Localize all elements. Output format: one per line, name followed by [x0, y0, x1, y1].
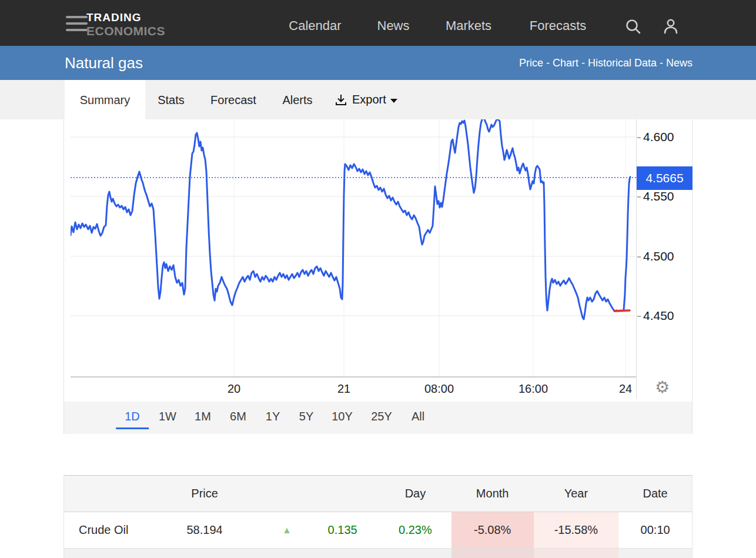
widget-left-border: [63, 119, 64, 434]
quotes-table: Price Day Month Year Date Crude Oil 58.1…: [63, 475, 693, 558]
range-1d[interactable]: 1D: [116, 410, 149, 429]
table-header-row: Price Day Month Year Date: [64, 476, 692, 512]
header-month: Month: [451, 476, 534, 512]
header-arrow: [267, 476, 306, 512]
nav-item-forecasts[interactable]: Forecasts: [530, 18, 587, 34]
range-5y[interactable]: 5Y: [290, 410, 322, 427]
trading-economics-page: TRADING ECONOMICS Calendar News Markets …: [0, 0, 756, 558]
hamburger-menu-icon[interactable]: [66, 16, 88, 31]
range-10y[interactable]: 10Y: [323, 410, 362, 427]
nav-item-news[interactable]: News: [377, 18, 409, 34]
up-triangle-icon: ▲: [267, 512, 306, 548]
x-axis-label: 08:00: [424, 382, 454, 396]
header-year: Year: [534, 476, 619, 512]
price-chart[interactable]: [71, 118, 637, 379]
header-day: Day: [379, 476, 451, 512]
table-row-partial[interactable]: [64, 549, 692, 558]
y-axis-label: 4.600: [643, 130, 674, 144]
chart-axis-border: [636, 119, 637, 399]
y-axis-label: 4.500: [643, 249, 674, 263]
chevron-down-icon: [390, 99, 397, 103]
header-change: [306, 476, 379, 512]
range-1m[interactable]: 1M: [186, 410, 220, 427]
top-nav: TRADING ECONOMICS Calendar News Markets …: [0, 0, 756, 46]
tab-alerts[interactable]: Alerts: [282, 93, 312, 106]
chart-settings-gear-icon[interactable]: ⚙: [655, 377, 670, 397]
breadcrumb-links[interactable]: Price - Chart - Historical Data - News: [519, 57, 693, 69]
tab-forecast[interactable]: Forecast: [210, 93, 256, 106]
range-1y[interactable]: 1Y: [257, 410, 289, 427]
cell-change: 0.135: [306, 512, 379, 548]
page-title: Natural gas: [65, 54, 143, 72]
cell-name[interactable]: Crude Oil: [64, 512, 142, 548]
tab-summary[interactable]: Summary: [65, 80, 145, 119]
x-axis-label: 20: [228, 382, 240, 396]
range-6m[interactable]: 6M: [221, 410, 255, 427]
tab-bar: Summary Stats Forecast Alerts Export: [0, 80, 756, 119]
range-1w[interactable]: 1W: [150, 410, 185, 427]
cell-price: 58.194: [142, 512, 268, 548]
download-icon: [334, 93, 348, 107]
range-25y[interactable]: 25Y: [362, 410, 401, 427]
search-icon[interactable]: [624, 18, 642, 35]
cell-day-percent: 0.23%: [379, 512, 451, 548]
user-icon[interactable]: [662, 18, 680, 35]
logo-line2: ECONOMICS: [86, 25, 165, 37]
cell-year-percent: -15.58%: [534, 512, 619, 548]
range-selector: 1D 1W 1M 6M 1Y 5Y 10Y 25Y All: [63, 402, 692, 434]
y-axis-label: 4.450: [643, 309, 674, 323]
logo-line1: TRADING: [86, 12, 165, 23]
x-axis-label: 21: [337, 382, 350, 396]
cell-month-percent: -5.08%: [451, 512, 534, 548]
current-price-badge: 4.5665: [637, 166, 693, 190]
export-button[interactable]: Export: [334, 80, 397, 119]
y-axis-label: 4.550: [643, 189, 674, 203]
nav-item-calendar[interactable]: Calendar: [289, 18, 341, 34]
header-price: Price: [142, 476, 268, 512]
x-axis-label: 16:00: [519, 382, 548, 396]
nav-item-markets[interactable]: Markets: [446, 18, 491, 34]
range-all[interactable]: All: [403, 410, 433, 427]
tab-stats[interactable]: Stats: [158, 93, 185, 106]
header-name: [64, 476, 142, 512]
x-axis-label: 24: [619, 382, 632, 396]
cell-date: 00:10: [618, 512, 692, 548]
instrument-header: Natural gas Price - Chart - Historical D…: [0, 46, 756, 80]
header-date: Date: [618, 476, 692, 512]
table-row[interactable]: Crude Oil 58.194 ▲ 0.135 0.23% -5.08% -1…: [64, 512, 692, 549]
logo[interactable]: TRADING ECONOMICS: [86, 12, 165, 37]
export-label: Export: [352, 93, 386, 106]
